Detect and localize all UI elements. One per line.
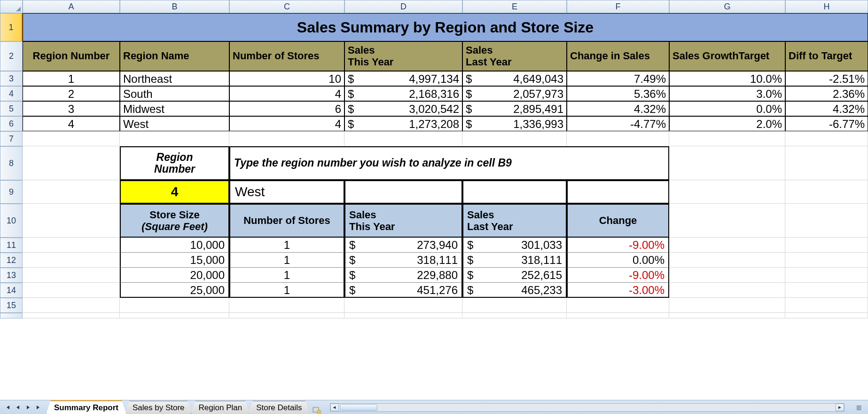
row-header-4[interactable]: 4 bbox=[0, 86, 23, 101]
cell-change[interactable]: 0.00% bbox=[567, 253, 669, 268]
row-header-11[interactable]: 11 bbox=[0, 238, 23, 253]
cell[interactable] bbox=[669, 131, 785, 146]
cell[interactable] bbox=[23, 180, 120, 204]
cell-region-num[interactable]: 2 bbox=[23, 86, 120, 101]
cell[interactable] bbox=[23, 131, 120, 146]
cell-region-name[interactable]: West bbox=[120, 116, 229, 131]
cell-region-num[interactable]: 1 bbox=[23, 71, 120, 86]
cell[interactable] bbox=[785, 268, 868, 283]
row-header-13[interactable]: 13 bbox=[0, 268, 23, 283]
cell[interactable] bbox=[23, 298, 120, 313]
row-header-10[interactable]: 10 bbox=[0, 204, 23, 238]
row-header-15[interactable]: 15 bbox=[0, 298, 23, 313]
cell[interactable] bbox=[669, 146, 785, 180]
cell-region-num[interactable]: 3 bbox=[23, 101, 120, 116]
cell-target[interactable]: 10.0% bbox=[669, 71, 785, 86]
analyzer-region-label[interactable]: RegionNumber bbox=[120, 146, 229, 180]
cell-change[interactable]: -3.00% bbox=[567, 283, 669, 298]
cell[interactable] bbox=[669, 298, 785, 313]
cell[interactable] bbox=[785, 131, 868, 146]
hdr-region-name[interactable]: Region Name bbox=[120, 41, 229, 71]
cell[interactable] bbox=[344, 131, 462, 146]
col-header-G[interactable]: G bbox=[669, 0, 785, 13]
col-header-A[interactable]: A bbox=[23, 0, 120, 13]
col-header-C[interactable]: C bbox=[229, 0, 344, 13]
cell-region-name[interactable]: South bbox=[120, 86, 229, 101]
tab-region-plan[interactable]: Region Plan bbox=[191, 401, 250, 414]
row-header-7[interactable]: 7 bbox=[0, 131, 23, 146]
cell[interactable] bbox=[669, 313, 785, 318]
tab-store-details[interactable]: Store Details bbox=[248, 401, 310, 414]
cell[interactable] bbox=[120, 131, 229, 146]
hdr-region-number[interactable]: Region Number bbox=[23, 41, 120, 71]
cell[interactable] bbox=[567, 313, 669, 318]
cell-sales-this[interactable]: $229,880 bbox=[344, 268, 462, 283]
cell[interactable] bbox=[669, 253, 785, 268]
cell-num-stores[interactable]: 4 bbox=[229, 86, 344, 101]
cell-change[interactable]: -4.77% bbox=[567, 116, 669, 131]
analyzer-instruction[interactable]: Type the region number you wish to analy… bbox=[229, 146, 669, 180]
cell-sales-this[interactable]: $273,940 bbox=[344, 238, 462, 253]
cell-target[interactable]: 0.0% bbox=[669, 101, 785, 116]
new-sheet-icon[interactable] bbox=[308, 406, 325, 414]
cell-change[interactable]: -9.00% bbox=[567, 268, 669, 283]
cell[interactable] bbox=[229, 313, 344, 318]
cell[interactable] bbox=[567, 298, 669, 313]
col-header-F[interactable]: F bbox=[567, 0, 669, 13]
cell-region-name[interactable]: Midwest bbox=[120, 101, 229, 116]
cell-sales-this[interactable]: $1,273,208 bbox=[344, 116, 462, 131]
tab-nav-next-icon[interactable] bbox=[23, 403, 33, 412]
select-all-corner[interactable] bbox=[0, 0, 23, 13]
cell-region-name[interactable]: Northeast bbox=[120, 71, 229, 86]
cell-store-size[interactable]: 15,000 bbox=[120, 253, 229, 268]
cell[interactable] bbox=[669, 268, 785, 283]
cell-store-count[interactable]: 1 bbox=[229, 283, 344, 298]
cell-diff[interactable]: -2.51% bbox=[785, 71, 868, 86]
row-header-5[interactable]: 5 bbox=[0, 101, 23, 116]
cell[interactable] bbox=[344, 313, 462, 318]
subhdr-sales-this[interactable]: Sales This Year bbox=[344, 204, 462, 238]
cell[interactable] bbox=[462, 298, 567, 313]
cell[interactable] bbox=[23, 253, 120, 268]
cell[interactable] bbox=[120, 313, 229, 318]
col-header-E[interactable]: E bbox=[462, 0, 567, 13]
cell-sales-this[interactable]: $451,276 bbox=[344, 283, 462, 298]
cell-store-size[interactable]: 20,000 bbox=[120, 268, 229, 283]
region-input-cell[interactable]: 4 bbox=[120, 180, 229, 204]
cell[interactable] bbox=[567, 131, 669, 146]
cell[interactable] bbox=[23, 283, 120, 298]
cell[interactable] bbox=[785, 313, 868, 318]
cell-sales-this[interactable]: $2,168,316 bbox=[344, 86, 462, 101]
subhdr-sales-last[interactable]: Sales Last Year bbox=[462, 204, 567, 238]
cell-sales-last[interactable]: $252,615 bbox=[462, 268, 567, 283]
col-header-D[interactable]: D bbox=[344, 0, 462, 13]
hdr-diff-target[interactable]: Diff to Target bbox=[785, 41, 868, 71]
cell-change[interactable]: 4.32% bbox=[567, 101, 669, 116]
cell[interactable] bbox=[344, 180, 462, 204]
hdr-growth-target[interactable]: Sales GrowthTarget bbox=[669, 41, 785, 71]
scroll-thumb[interactable] bbox=[340, 404, 377, 411]
cell-sales-last[interactable]: $301,033 bbox=[462, 238, 567, 253]
cell-store-size[interactable]: 10,000 bbox=[120, 238, 229, 253]
row-header-14[interactable]: 14 bbox=[0, 283, 23, 298]
hdr-change[interactable]: Change in Sales bbox=[567, 41, 669, 71]
cell-diff[interactable]: 4.32% bbox=[785, 101, 868, 116]
cell[interactable] bbox=[669, 238, 785, 253]
row-header-6[interactable]: 6 bbox=[0, 116, 23, 131]
cell-store-count[interactable]: 1 bbox=[229, 238, 344, 253]
cell-diff[interactable]: -6.77% bbox=[785, 116, 868, 131]
cell-change[interactable]: 5.36% bbox=[567, 86, 669, 101]
cell-num-stores[interactable]: 4 bbox=[229, 116, 344, 131]
cell-store-count[interactable]: 1 bbox=[229, 253, 344, 268]
cell[interactable] bbox=[785, 180, 868, 204]
col-header-H[interactable]: H bbox=[785, 0, 868, 13]
tab-nav-prev-icon[interactable] bbox=[13, 403, 23, 412]
cell-target[interactable]: 2.0% bbox=[669, 116, 785, 131]
cell-sales-last[interactable]: $465,233 bbox=[462, 283, 567, 298]
cell[interactable] bbox=[785, 204, 868, 238]
row-header-12[interactable]: 12 bbox=[0, 253, 23, 268]
row-header-1[interactable]: 1 bbox=[0, 13, 23, 41]
hdr-num-stores[interactable]: Number of Stores bbox=[229, 41, 344, 71]
cell-num-stores[interactable]: 10 bbox=[229, 71, 344, 86]
cell-sales-this[interactable]: $3,020,542 bbox=[344, 101, 462, 116]
